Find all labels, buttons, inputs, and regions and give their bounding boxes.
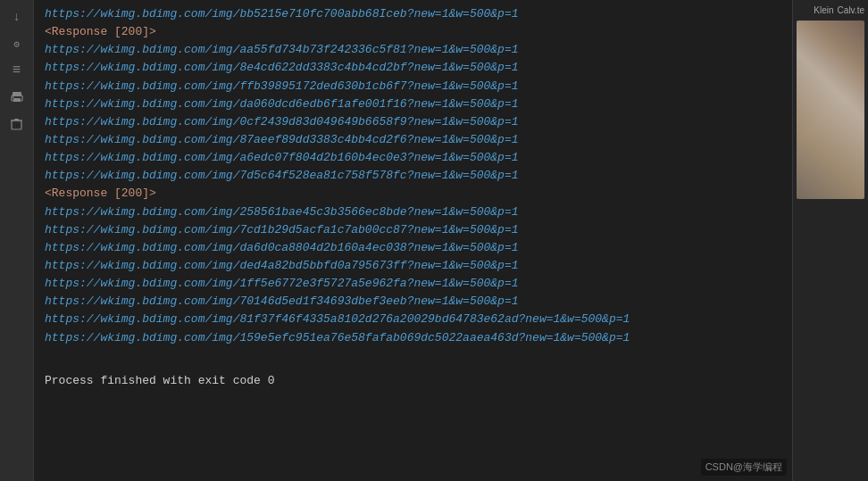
console-line: https://wkimg.bdimg.com/img/0cf2439d83d0…	[45, 113, 781, 131]
url-link[interactable]: https://wkimg.bdimg.com/img/a6edc07f804d…	[45, 151, 519, 164]
console-line: <Response [200]>	[45, 23, 781, 41]
console-line: https://wkimg.bdimg.com/img/159e5efc951e…	[45, 329, 781, 347]
console-line: https://wkimg.bdimg.com/img/8e4cd622dd33…	[45, 59, 781, 77]
url-link[interactable]: https://wkimg.bdimg.com/img/0cf2439d83d0…	[45, 115, 519, 129]
main-content: https://wkimg.bdimg.com/img/bb5215e710fc…	[34, 0, 792, 481]
settings-icon[interactable]: ⚙	[7, 34, 27, 54]
watermark: CSDN@海学编程	[701, 459, 787, 476]
url-link[interactable]: https://wkimg.bdimg.com/img/7d5c64f528ea…	[45, 169, 519, 182]
console-line: <Response [200]>	[45, 185, 781, 203]
url-link[interactable]: https://wkimg.bdimg.com/img/159e5efc951e…	[45, 331, 630, 344]
url-link[interactable]: https://wkimg.bdimg.com/img/81f37f46f433…	[45, 312, 630, 326]
console-line: https://wkimg.bdimg.com/img/ffb39895172d…	[45, 78, 781, 95]
console-line: https://wkimg.bdimg.com/img/bb5215e710fc…	[45, 5, 781, 23]
url-link[interactable]: https://wkimg.bdimg.com/img/da6d0ca8804d…	[45, 241, 519, 254]
url-link[interactable]: https://wkimg.bdimg.com/img/1ff5e6772e3f…	[45, 277, 519, 290]
response-tag: <Response [200]>	[45, 25, 156, 38]
console-line	[45, 347, 781, 365]
console-line: Process finished with exit code 0	[45, 372, 781, 390]
console-line: https://wkimg.bdimg.com/img/ded4a82bd5bb…	[45, 257, 781, 275]
right-panel: Klein Calv.te	[792, 0, 868, 481]
arrow-down-icon[interactable]: ↓	[7, 7, 27, 27]
console-line: https://wkimg.bdimg.com/img/a6edc07f804d…	[45, 149, 781, 167]
response-tag: <Response [200]>	[45, 187, 156, 200]
print-icon[interactable]	[7, 87, 27, 107]
url-link[interactable]: https://wkimg.bdimg.com/img/aa55fd734b73…	[45, 43, 519, 56]
console-line: https://wkimg.bdimg.com/img/da6d0ca8804d…	[45, 239, 781, 257]
list-icon[interactable]: ≡	[7, 61, 27, 80]
console-line: https://wkimg.bdimg.com/img/258561bae45c…	[45, 203, 781, 221]
calv-label: Calv.te	[838, 5, 864, 15]
console-line: https://wkimg.bdimg.com/img/1ff5e6772e3f…	[45, 275, 781, 293]
svg-rect-6	[14, 119, 19, 120]
console-line: https://wkimg.bdimg.com/img/70146d5ed1f3…	[45, 293, 781, 311]
console-area: https://wkimg.bdimg.com/img/bb5215e710fc…	[34, 0, 792, 481]
console-line: https://wkimg.bdimg.com/img/7d5c64f528ea…	[45, 167, 781, 185]
url-link[interactable]: https://wkimg.bdimg.com/img/7cd1b29d5acf…	[45, 223, 519, 236]
trash-icon[interactable]	[7, 114, 27, 134]
sidebar: ↓ ⚙ ≡	[0, 0, 34, 481]
url-link[interactable]: https://wkimg.bdimg.com/img/da060dcd6edb…	[45, 97, 519, 111]
url-link[interactable]: https://wkimg.bdimg.com/img/258561bae45c…	[45, 205, 519, 219]
console-line: https://wkimg.bdimg.com/img/81f37f46f433…	[45, 311, 781, 328]
console-line: https://wkimg.bdimg.com/img/7cd1b29d5acf…	[45, 221, 781, 239]
url-link[interactable]: https://wkimg.bdimg.com/img/70146d5ed1f3…	[45, 294, 519, 308]
panel-image	[797, 21, 864, 199]
console-line: https://wkimg.bdimg.com/img/87aeef89dd33…	[45, 131, 781, 149]
url-link[interactable]: https://wkimg.bdimg.com/img/8e4cd622dd33…	[45, 61, 519, 74]
svg-rect-2	[13, 98, 21, 102]
svg-rect-3	[13, 97, 14, 99]
url-link[interactable]: https://wkimg.bdimg.com/img/ffb39895172d…	[45, 79, 519, 93]
url-link[interactable]: https://wkimg.bdimg.com/img/bb5215e710fc…	[45, 7, 519, 21]
url-link[interactable]: https://wkimg.bdimg.com/img/ded4a82bd5bb…	[45, 259, 519, 272]
url-link[interactable]: https://wkimg.bdimg.com/img/87aeef89dd33…	[45, 133, 519, 146]
klein-label: Klein	[814, 5, 833, 15]
console-line: https://wkimg.bdimg.com/img/aa55fd734b73…	[45, 41, 781, 59]
console-line: https://wkimg.bdimg.com/img/da060dcd6edb…	[45, 95, 781, 113]
